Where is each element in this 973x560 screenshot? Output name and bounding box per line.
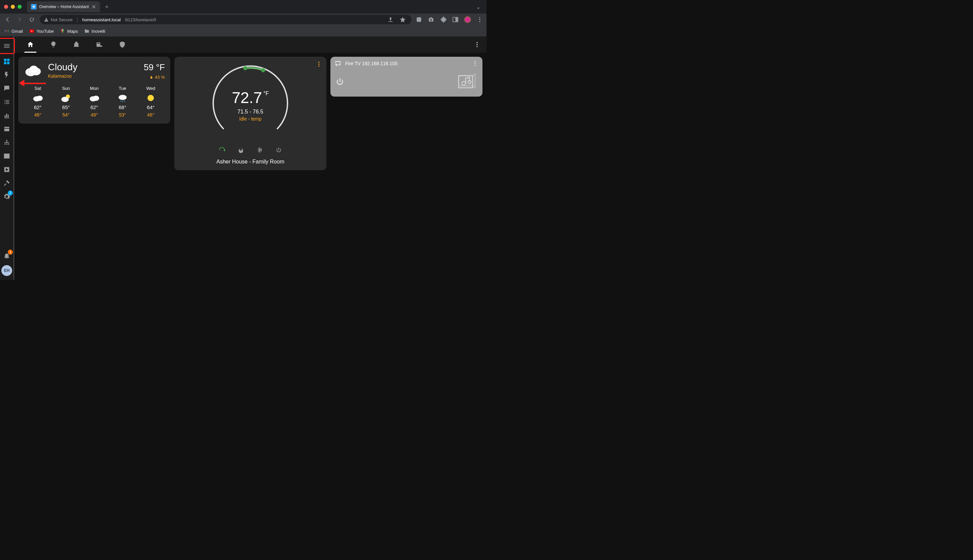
tab-alarm[interactable] [68,37,85,53]
media-art-icon [456,73,478,90]
sidebar-item-settings[interactable]: 2 [0,190,13,203]
extension-icon[interactable] [416,16,422,23]
cloudy-icon [88,93,100,103]
thermostat-range: 71.5 - 76.5 [208,109,292,115]
thermostat-card[interactable]: 72.7°F 71.5 - 76.5 Idle - temp Asher Hou… [174,57,326,170]
weather-location: Kalamazoo [48,73,77,79]
back-button[interactable] [3,15,12,23]
dashboard-menu-button[interactable] [470,38,484,51]
not-secure-label: Not Secure [51,17,73,22]
address-host: homeassistant.local [82,17,120,22]
svg-point-16 [62,30,63,31]
camera-icon[interactable] [428,16,434,23]
forecast-day: Tue 68° 53° [108,86,137,118]
address-path: :8123/lovelace/0 [124,17,156,22]
tab-lights[interactable] [45,37,62,53]
card-menu-icon[interactable] [472,60,478,67]
dashboard-tabs [14,37,139,53]
weather-forecast: Sat 62° 46° Sun 65° 54° Mon [23,86,165,118]
share-icon[interactable] [387,16,394,23]
sidebar-item-zwave[interactable] [0,136,13,149]
bookmark-label: YouTube [37,29,54,34]
browser-menu-icon[interactable] [476,16,483,23]
maximize-window-icon[interactable] [18,5,22,9]
reload-button[interactable] [28,15,36,23]
forecast-day: Sat 62° 46° [23,86,52,118]
sidebar-item-history[interactable] [0,109,13,122]
bookmark-youtube[interactable]: YouTube [29,28,54,34]
tab-security[interactable] [114,37,130,53]
address-bar[interactable]: Not Secure │ homeassistant.local:8123/lo… [40,15,412,24]
home-assistant-app: 2 1 EH [0,37,486,280]
bookmark-inovelli[interactable]: Inovelli [84,28,105,34]
svg-point-32 [468,80,471,83]
cloudy-icon [32,93,43,103]
svg-point-29 [124,101,125,102]
browser-tab[interactable]: Overview – Home Assistant ✕ [27,2,100,12]
sidebar-item-logbook[interactable] [0,95,13,109]
thermostat-dial[interactable]: 72.7°F 71.5 - 76.5 Idle - temp [208,63,292,144]
bookmark-maps[interactable]: Maps [60,28,78,34]
media-power-button[interactable] [335,77,345,87]
bookmark-label: Maps [67,29,78,34]
settings-badge: 2 [8,190,13,195]
svg-point-12 [431,19,432,21]
youtube-icon [29,28,35,34]
forecast-day: Mon 62° 49° [80,86,108,118]
sidebar-item-media[interactable] [0,163,13,176]
new-tab-button[interactable]: ＋ [103,2,111,12]
sidebar-item-terminal[interactable] [0,149,13,163]
svg-point-27 [120,101,121,102]
bookmark-gmail[interactable]: Gmail [4,28,23,34]
partly-cloudy-icon [60,93,72,103]
weather-card[interactable]: Cloudy Kalamazoo 59 °F 43 % [18,57,170,123]
svg-point-28 [122,101,123,102]
ha-favicon-icon [31,4,37,10]
dashboard-header [14,37,486,53]
weather-condition: Cloudy [48,62,77,72]
setpoint-high-handle [261,68,265,72]
maps-icon [60,28,65,34]
bookmark-label: Inovelli [92,29,105,34]
sunny-icon [145,93,157,103]
bookmark-star-icon[interactable] [399,16,406,23]
tabs-dropdown-icon[interactable]: ⌄ [472,4,484,10]
profile-avatar-icon[interactable] [464,16,471,23]
sidebar: 2 1 EH [0,37,13,280]
sidebar-item-map[interactable] [0,82,13,95]
sidebar-item-overview[interactable] [0,55,13,68]
thermostat-current-temp: 72.7°F [232,88,269,107]
sidebar-item-hacs[interactable] [0,122,13,136]
annotation-highlight [0,38,15,54]
panel-icon[interactable] [452,16,459,23]
minimize-window-icon[interactable] [11,5,15,9]
bookmark-label: Gmail [12,29,23,34]
sidebar-item-notifications[interactable]: 1 [0,249,13,262]
thermostat-name: Asher House - Family Room [180,159,321,165]
svg-point-31 [462,82,466,85]
cloudy-icon [23,62,43,79]
close-window-icon[interactable] [4,5,8,9]
sidebar-item-devtools[interactable] [0,176,13,190]
forward-button[interactable] [15,15,23,23]
user-avatar[interactable]: EH [2,265,12,276]
media-name: Fire TV 192.168.116.105 [345,61,467,66]
svg-point-23 [62,97,69,102]
cast-icon [334,60,341,67]
thermostat-mode: Idle - temp [208,116,292,122]
extensions-icon[interactable] [440,16,447,23]
weather-temp: 59 °F [144,62,165,73]
tab-devices[interactable] [91,37,107,53]
rainy-icon [117,93,129,103]
dashboard-content: Cloudy Kalamazoo 59 °F 43 % [14,53,486,280]
svg-rect-11 [417,17,421,22]
media-card[interactable]: Fire TV 192.168.116.105 [330,57,482,97]
tab-home[interactable] [22,37,38,53]
svg-rect-14 [456,18,458,22]
sidebar-item-energy[interactable] [0,68,13,82]
notifications-badge: 1 [8,250,13,255]
card-menu-icon[interactable] [315,61,322,68]
close-tab-icon[interactable]: ✕ [92,4,96,10]
gmail-icon [4,28,10,34]
browser-tabbar: Overview – Home Assistant ✕ ＋ ⌄ [0,0,486,13]
